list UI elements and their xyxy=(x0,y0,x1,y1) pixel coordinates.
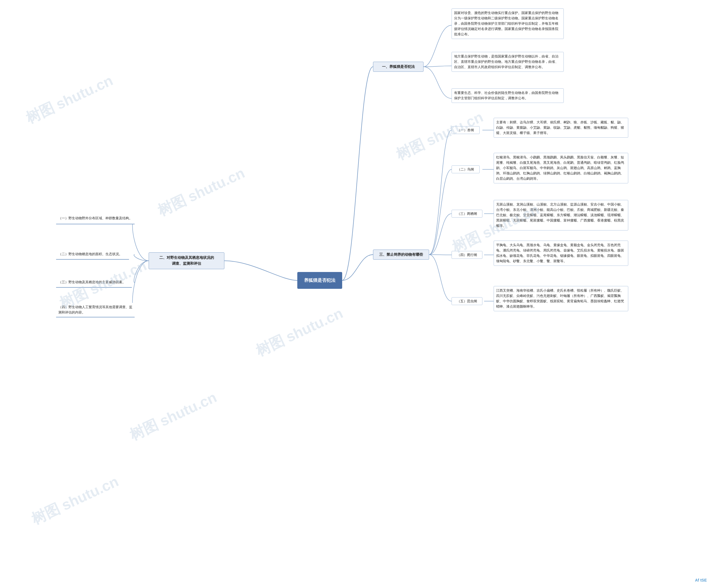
left-main-branch: 二、对野生动物及其栖息地状况的 调查、监测和评估 xyxy=(149,252,224,269)
left-sub1: （一）野生动物野外分布区域、种群数量及结构。 xyxy=(56,213,135,224)
b3-sub3-content: 无斑山溪鲵、龙洞山溪鲵、山溪鲵、北方山溪鲵、盐源山溪鲵、安吉小鲵、中国小鲵、台湾… xyxy=(494,200,628,230)
corner-label: Af tSE xyxy=(695,578,707,582)
left-sub2: （二）野生动物栖息地的面积、生态状况。 xyxy=(56,250,129,260)
watermark-7: 树图 shutu.cn xyxy=(393,107,486,165)
sub-label-kunchonggang: （五）昆虫纲 xyxy=(452,297,483,305)
watermark-4: 树图 shutu.cn xyxy=(253,303,346,361)
watermark-6: 树图 shutu.cn xyxy=(28,471,122,529)
b3-sub1-content: 主要有：刺猬、达鸟尔猬、大耳猬、侯氏猬、树鼩、狼、赤狐、沙狐、藏狐、貂、鼬、白鼬… xyxy=(494,118,628,138)
left-sub3: （三）野生动物及其栖息地的主要威胁因素。 xyxy=(56,278,132,288)
branch-1-label: 一、养狐狸是否犯法 xyxy=(373,62,424,72)
b1-sub2: 地方重点保护野生动物，是指国家重点保护野生动物以外，由省、自治区、直辖市重点保护… xyxy=(452,52,564,72)
branch-3-label: 三、禁止饲养的动物有哪些 xyxy=(373,250,429,260)
b1-sub3: 有重要生态、科学、社会价值的陆生野生动物名录，由国务院野生动物保护主管部门组织科… xyxy=(452,88,564,103)
watermark-2: 树图 shutu.cn xyxy=(155,163,248,221)
left-sub4: （四）野生动物人工繁育情况等其他需要调查、监测和评估的内容。 xyxy=(56,303,135,317)
sub-label-shoug: （一）兽纲 xyxy=(452,126,479,134)
watermark-5: 树图 shutu.cn xyxy=(126,387,220,445)
b3-sub4-content: 平胸龟、大头乌龟、黑颈水龟、乌龟、黄缘盒龟、黄额盒龟、金头闭壳龟、百色闭壳龟、潘… xyxy=(494,240,628,266)
sub-label-liangqigang: （三）两栖纲 xyxy=(452,210,483,217)
b1-sub1: 国家对珍贵、濒危的野生动物实行重点保护。国家重点保护的野生动物分为一级保护野生动… xyxy=(452,8,564,39)
b3-sub5-content: 江西叉突槽、海南华祖槽、吉氏小扁槽、史氏长卷槽、怪粒履（所有种）、魏氏巨蚁、四川… xyxy=(494,286,628,311)
sub-label-niaogang: （二）鸟纲 xyxy=(452,165,479,173)
sub-label-paxinggang: （四）爬行纲 xyxy=(452,251,483,259)
center-node: 养狐狸是否犯法 xyxy=(297,272,342,289)
b3-sub2-content: 红喉潜鸟、黑喉潜鸟、小鸊鷉、黑颈鸊鷉、凤头鸊鷉、黑脸信天翁、白额鹱、灰鹱、短尾鹱… xyxy=(494,153,628,183)
watermark-1: 树图 shutu.cn xyxy=(23,71,116,128)
